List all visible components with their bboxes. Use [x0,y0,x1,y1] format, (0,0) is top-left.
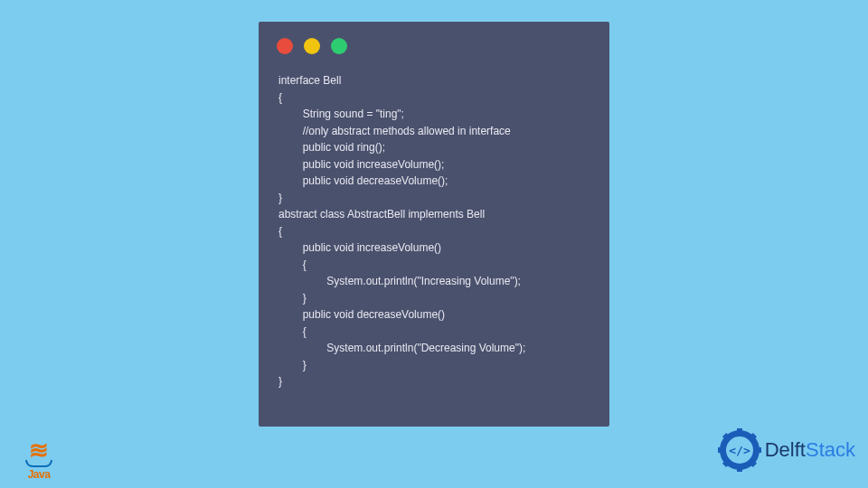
delftstack-logo: </> DelftStack [718,428,855,472]
svg-rect-5 [754,447,761,453]
java-logo-text: Java [28,468,51,481]
window-close-dot [277,38,293,54]
svg-rect-4 [718,447,725,453]
delftstack-gear-icon: </> [718,428,761,472]
java-logo: ≋ Java [16,423,61,481]
svg-rect-3 [737,465,742,472]
delft-part2: Stack [806,438,855,461]
window-traffic-lights [259,22,609,61]
code-body: interface Bell { String sound = "ting"; … [259,61,609,407]
delftstack-logo-text: DelftStack [765,438,855,462]
window-maximize-dot [331,38,347,54]
svg-text:</>: </> [729,444,750,457]
delft-part1: Delft [765,438,806,461]
java-steam-icon: ≋ [29,442,49,458]
java-cup-icon [25,460,52,467]
code-window: interface Bell { String sound = "ting"; … [259,22,609,427]
window-minimize-dot [304,38,320,54]
svg-rect-2 [737,428,742,436]
